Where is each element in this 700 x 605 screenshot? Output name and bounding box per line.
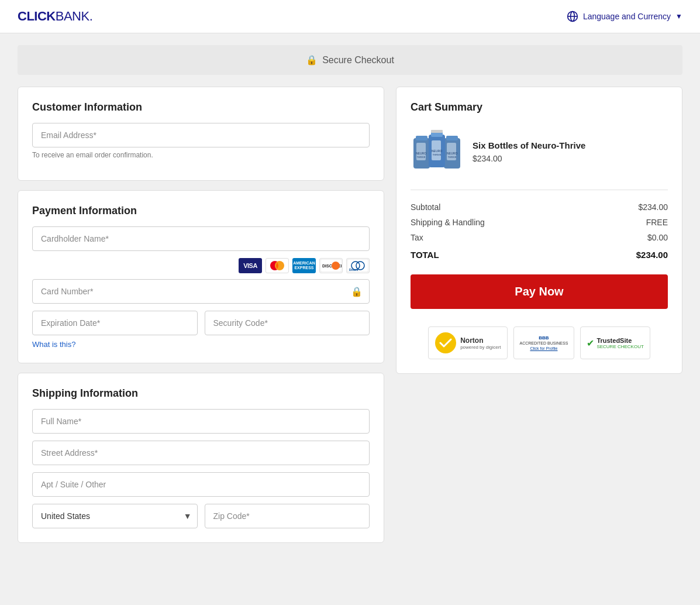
security-group [205,311,370,335]
trust-badges: Norton powered by digicert BBB ACCREDITE… [411,326,668,359]
shipping-label: Shipping & Handling [411,218,485,227]
expiration-field[interactable] [32,311,198,335]
norton-checkmark-icon [435,332,457,354]
product-svg: NEURO THRIVE NEURO THRIVE NEURO THRI [411,125,463,178]
total-row: TOTAL $234.00 [411,245,668,263]
trusted-sub: SECURE CHECKOUT [596,344,643,349]
apt-field[interactable] [32,472,370,497]
trusted-label: TrustedSite [596,337,643,344]
norton-sub: powered by digicert [460,345,501,350]
card-number-group: 🔒 [32,279,370,304]
total-value: $234.00 [636,250,668,260]
total-label: TOTAL [411,250,439,260]
customer-info-card: Customer Information To receive an email… [18,87,384,181]
expiration-group [32,311,198,335]
street-address-group [32,441,370,465]
what-is-this-link[interactable]: What is this? [32,340,370,349]
card-icons-row: VISA AMERICANEXPRESS DISCOVER [32,258,370,273]
lang-currency-label: Language and Currency [583,12,671,21]
pay-now-button[interactable]: Pay Now [411,274,668,309]
svg-text:NEURO: NEURO [416,152,426,155]
logo-regular: BANK. [56,9,93,23]
secure-checkout-label: Secure Checkout [322,55,394,66]
bbb-link[interactable]: Click for Profile [520,346,568,350]
shipping-info-title: Shipping Information [32,387,370,400]
tax-row: Tax $0.00 [411,230,668,245]
shipping-row: Shipping & Handling FREE [411,215,668,230]
apt-group [32,472,370,497]
globe-icon [567,11,578,22]
svg-rect-18 [446,136,458,140]
card-lock-icon: 🔒 [351,286,363,297]
right-column: Cart Summary NEURO THRIVE [396,87,682,543]
payment-info-title: Payment Information [32,205,370,217]
discover-icon: DISCOVER [319,258,343,273]
svg-text:NEURO: NEURO [432,149,442,153]
bbb-accredited: ACCREDITED BUSINESS [520,341,568,346]
product-image: NEURO THRIVE NEURO THRIVE NEURO THRI [411,125,463,178]
svg-text:THRIVE: THRIVE [448,156,457,159]
trusted-check-icon: ✔ [587,338,594,349]
payment-info-card: Payment Information VISA AMERICANEXPRESS [18,190,384,363]
visa-icon: VISA [239,258,262,273]
product-info: Six Bottles of Neuro-Thrive $234.00 [473,140,585,163]
full-name-field[interactable] [32,409,370,434]
header: CLICKBANK. Language and Currency ▼ [0,0,700,33]
cart-item: NEURO THRIVE NEURO THRIVE NEURO THRI [411,125,668,178]
expiry-security-row [32,311,370,335]
full-name-group [32,409,370,434]
subtotal-label: Subtotal [411,202,440,212]
svg-point-28 [435,332,456,353]
zip-field[interactable] [205,504,370,528]
cart-summary-title: Cart Summary [411,101,668,114]
diners-icon: Diners [346,258,370,273]
norton-label: Norton [460,336,501,345]
bbb-badge: BBB ACCREDITED BUSINESS Click for Profil… [513,326,575,359]
svg-text:THRIVE: THRIVE [433,153,442,156]
main-container: Customer Information To receive an email… [0,87,700,561]
logo-bold: CLICK [18,9,56,23]
email-group: To receive an email order confirmation. [32,123,370,159]
email-field[interactable] [32,123,370,147]
svg-rect-13 [416,136,427,140]
tax-label: Tax [411,233,423,242]
product-name: Six Bottles of Neuro-Thrive [473,140,585,150]
cardholder-group [32,226,370,251]
shipping-value: FREE [646,218,668,227]
amex-icon: AMERICANEXPRESS [292,258,316,273]
svg-text:Diners: Diners [349,268,358,271]
country-select[interactable]: United States Canada United Kingdom Aust… [32,504,198,528]
country-group: United States Canada United Kingdom Aust… [32,504,198,528]
logo: CLICKBANK. [18,9,92,24]
email-hint: To receive an email order confirmation. [32,151,370,159]
cart-summary-card: Cart Summary NEURO THRIVE [396,87,682,374]
svg-text:NEURO: NEURO [447,152,457,155]
subtotal-row: Subtotal $234.00 [411,200,668,215]
left-column: Customer Information To receive an email… [18,87,384,543]
subtotal-value: $234.00 [638,202,668,212]
street-address-field[interactable] [32,441,370,465]
product-price-display: $234.00 [473,154,585,163]
card-number-field[interactable] [32,279,370,304]
tax-value: $0.00 [647,233,668,242]
country-zip-row: United States Canada United Kingdom Aust… [32,504,370,528]
lock-icon: 🔒 [306,54,318,66]
trusted-site-badge: ✔ TrustedSite SECURE CHECKOUT [580,326,650,359]
secure-checkout-banner: 🔒 Secure Checkout [18,45,682,75]
norton-badge: Norton powered by digicert [428,326,507,359]
svg-text:THRIVE: THRIVE [417,156,426,159]
security-code-field[interactable] [205,311,370,335]
zip-group [205,504,370,528]
customer-info-title: Customer Information [32,101,370,114]
svg-rect-27 [431,130,443,133]
language-currency-button[interactable]: Language and Currency ▼ [567,11,682,22]
cart-divider [411,190,668,190]
shipping-info-card: Shipping Information United States Canad… [18,373,384,543]
mastercard-icon [265,258,289,273]
chevron-down-icon: ▼ [675,12,682,20]
svg-point-7 [332,262,340,270]
cardholder-field[interactable] [32,226,370,251]
